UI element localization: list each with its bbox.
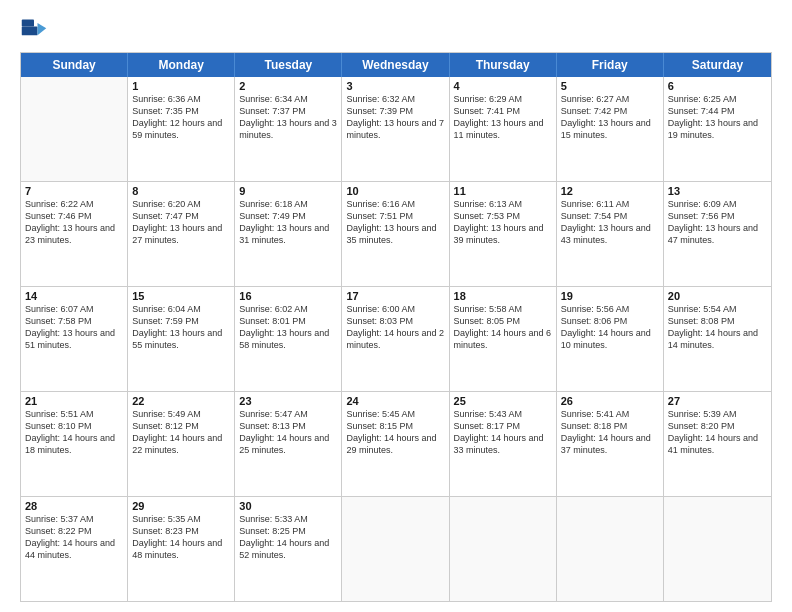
calendar-cell: 19Sunrise: 5:56 AMSunset: 8:06 PMDayligh…	[557, 287, 664, 391]
daylight-text: Daylight: 13 hours and 51 minutes.	[25, 328, 115, 350]
sunrise-text: Sunrise: 5:37 AM	[25, 514, 94, 524]
day-number: 30	[239, 500, 337, 512]
day-number: 19	[561, 290, 659, 302]
day-info: Sunrise: 5:58 AMSunset: 8:05 PMDaylight:…	[454, 303, 552, 352]
calendar-cell	[342, 497, 449, 601]
sunrise-text: Sunrise: 5:47 AM	[239, 409, 308, 419]
calendar-cell: 20Sunrise: 5:54 AMSunset: 8:08 PMDayligh…	[664, 287, 771, 391]
day-number: 15	[132, 290, 230, 302]
sunset-text: Sunset: 7:59 PM	[132, 316, 199, 326]
day-number: 2	[239, 80, 337, 92]
sunrise-text: Sunrise: 6:04 AM	[132, 304, 201, 314]
sunrise-text: Sunrise: 6:00 AM	[346, 304, 415, 314]
calendar-cell: 15Sunrise: 6:04 AMSunset: 7:59 PMDayligh…	[128, 287, 235, 391]
calendar-cell	[450, 497, 557, 601]
sunset-text: Sunset: 7:54 PM	[561, 211, 628, 221]
day-number: 8	[132, 185, 230, 197]
day-info: Sunrise: 6:22 AMSunset: 7:46 PMDaylight:…	[25, 198, 123, 247]
svg-rect-2	[22, 20, 34, 27]
day-number: 21	[25, 395, 123, 407]
sunrise-text: Sunrise: 5:41 AM	[561, 409, 630, 419]
sunrise-text: Sunrise: 5:51 AM	[25, 409, 94, 419]
day-info: Sunrise: 6:02 AMSunset: 8:01 PMDaylight:…	[239, 303, 337, 352]
day-info: Sunrise: 6:13 AMSunset: 7:53 PMDaylight:…	[454, 198, 552, 247]
sunrise-text: Sunrise: 5:39 AM	[668, 409, 737, 419]
day-info: Sunrise: 5:49 AMSunset: 8:12 PMDaylight:…	[132, 408, 230, 457]
calendar-cell: 1Sunrise: 6:36 AMSunset: 7:35 PMDaylight…	[128, 77, 235, 181]
calendar-cell: 2Sunrise: 6:34 AMSunset: 7:37 PMDaylight…	[235, 77, 342, 181]
weekday-header-friday: Friday	[557, 53, 664, 77]
daylight-text: Daylight: 14 hours and 52 minutes.	[239, 538, 329, 560]
sunset-text: Sunset: 8:10 PM	[25, 421, 92, 431]
daylight-text: Daylight: 14 hours and 48 minutes.	[132, 538, 222, 560]
calendar-body: 1Sunrise: 6:36 AMSunset: 7:35 PMDaylight…	[21, 77, 771, 601]
sunset-text: Sunset: 8:18 PM	[561, 421, 628, 431]
calendar-cell: 29Sunrise: 5:35 AMSunset: 8:23 PMDayligh…	[128, 497, 235, 601]
sunrise-text: Sunrise: 6:32 AM	[346, 94, 415, 104]
calendar-cell: 18Sunrise: 5:58 AMSunset: 8:05 PMDayligh…	[450, 287, 557, 391]
week-row-1: 7Sunrise: 6:22 AMSunset: 7:46 PMDaylight…	[21, 182, 771, 287]
sunset-text: Sunset: 8:22 PM	[25, 526, 92, 536]
day-number: 22	[132, 395, 230, 407]
calendar-cell: 27Sunrise: 5:39 AMSunset: 8:20 PMDayligh…	[664, 392, 771, 496]
sunrise-text: Sunrise: 6:16 AM	[346, 199, 415, 209]
logo	[20, 16, 52, 44]
day-number: 5	[561, 80, 659, 92]
page: SundayMondayTuesdayWednesdayThursdayFrid…	[0, 0, 792, 612]
weekday-header-tuesday: Tuesday	[235, 53, 342, 77]
calendar-cell: 17Sunrise: 6:00 AMSunset: 8:03 PMDayligh…	[342, 287, 449, 391]
day-number: 27	[668, 395, 767, 407]
sunset-text: Sunset: 7:41 PM	[454, 106, 521, 116]
daylight-text: Daylight: 13 hours and 35 minutes.	[346, 223, 436, 245]
sunrise-text: Sunrise: 6:25 AM	[668, 94, 737, 104]
day-info: Sunrise: 6:25 AMSunset: 7:44 PMDaylight:…	[668, 93, 767, 142]
svg-rect-1	[22, 27, 38, 36]
calendar: SundayMondayTuesdayWednesdayThursdayFrid…	[20, 52, 772, 602]
day-number: 14	[25, 290, 123, 302]
day-number: 17	[346, 290, 444, 302]
day-number: 28	[25, 500, 123, 512]
day-info: Sunrise: 5:54 AMSunset: 8:08 PMDaylight:…	[668, 303, 767, 352]
day-info: Sunrise: 6:07 AMSunset: 7:58 PMDaylight:…	[25, 303, 123, 352]
calendar-cell: 21Sunrise: 5:51 AMSunset: 8:10 PMDayligh…	[21, 392, 128, 496]
day-number: 24	[346, 395, 444, 407]
calendar-cell: 14Sunrise: 6:07 AMSunset: 7:58 PMDayligh…	[21, 287, 128, 391]
daylight-text: Daylight: 14 hours and 33 minutes.	[454, 433, 544, 455]
daylight-text: Daylight: 13 hours and 43 minutes.	[561, 223, 651, 245]
sunset-text: Sunset: 8:13 PM	[239, 421, 306, 431]
day-number: 13	[668, 185, 767, 197]
day-info: Sunrise: 6:18 AMSunset: 7:49 PMDaylight:…	[239, 198, 337, 247]
day-info: Sunrise: 5:39 AMSunset: 8:20 PMDaylight:…	[668, 408, 767, 457]
calendar-cell: 28Sunrise: 5:37 AMSunset: 8:22 PMDayligh…	[21, 497, 128, 601]
day-number: 9	[239, 185, 337, 197]
day-number: 23	[239, 395, 337, 407]
sunrise-text: Sunrise: 6:09 AM	[668, 199, 737, 209]
day-number: 11	[454, 185, 552, 197]
day-info: Sunrise: 5:41 AMSunset: 8:18 PMDaylight:…	[561, 408, 659, 457]
daylight-text: Daylight: 13 hours and 27 minutes.	[132, 223, 222, 245]
daylight-text: Daylight: 14 hours and 14 minutes.	[668, 328, 758, 350]
daylight-text: Daylight: 13 hours and 3 minutes.	[239, 118, 337, 140]
sunset-text: Sunset: 8:25 PM	[239, 526, 306, 536]
calendar-cell: 6Sunrise: 6:25 AMSunset: 7:44 PMDaylight…	[664, 77, 771, 181]
daylight-text: Daylight: 14 hours and 37 minutes.	[561, 433, 651, 455]
day-info: Sunrise: 6:09 AMSunset: 7:56 PMDaylight:…	[668, 198, 767, 247]
day-number: 10	[346, 185, 444, 197]
weekday-header-thursday: Thursday	[450, 53, 557, 77]
day-number: 1	[132, 80, 230, 92]
day-info: Sunrise: 5:43 AMSunset: 8:17 PMDaylight:…	[454, 408, 552, 457]
week-row-4: 28Sunrise: 5:37 AMSunset: 8:22 PMDayligh…	[21, 497, 771, 601]
daylight-text: Daylight: 14 hours and 44 minutes.	[25, 538, 115, 560]
sunrise-text: Sunrise: 5:43 AM	[454, 409, 523, 419]
day-number: 25	[454, 395, 552, 407]
sunset-text: Sunset: 8:15 PM	[346, 421, 413, 431]
sunrise-text: Sunrise: 6:27 AM	[561, 94, 630, 104]
sunrise-text: Sunrise: 5:35 AM	[132, 514, 201, 524]
day-info: Sunrise: 6:32 AMSunset: 7:39 PMDaylight:…	[346, 93, 444, 142]
daylight-text: Daylight: 14 hours and 10 minutes.	[561, 328, 651, 350]
day-number: 12	[561, 185, 659, 197]
daylight-text: Daylight: 13 hours and 55 minutes.	[132, 328, 222, 350]
day-info: Sunrise: 5:56 AMSunset: 8:06 PMDaylight:…	[561, 303, 659, 352]
sunset-text: Sunset: 7:56 PM	[668, 211, 735, 221]
sunset-text: Sunset: 8:01 PM	[239, 316, 306, 326]
